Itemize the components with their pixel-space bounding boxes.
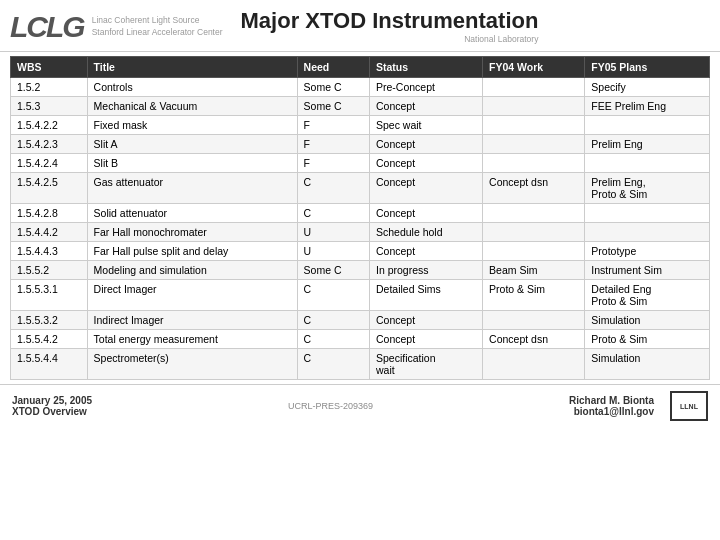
table-row: 1.5.3Mechanical & VacuumSome CConceptFEE… bbox=[11, 97, 710, 116]
table-cell: Prelim Eng bbox=[585, 135, 710, 154]
table-cell: Concept bbox=[369, 135, 482, 154]
table-cell: 1.5.5.4.2 bbox=[11, 330, 88, 349]
table-cell: Instrument Sim bbox=[585, 261, 710, 280]
footer-logo-box: LLNL bbox=[670, 391, 708, 421]
table-cell bbox=[483, 242, 585, 261]
table-cell: 1.5.4.4.2 bbox=[11, 223, 88, 242]
table-cell: 1.5.4.2.8 bbox=[11, 204, 88, 223]
table-cell: C bbox=[297, 330, 369, 349]
table-cell: Simulation bbox=[585, 311, 710, 330]
table-cell: F bbox=[297, 116, 369, 135]
table-cell: Fixed mask bbox=[87, 116, 297, 135]
col-status: Status bbox=[369, 57, 482, 78]
table-cell bbox=[483, 311, 585, 330]
table-cell: 1.5.4.2.2 bbox=[11, 116, 88, 135]
table-cell: Some C bbox=[297, 261, 369, 280]
col-title: Title bbox=[87, 57, 297, 78]
table-cell bbox=[585, 223, 710, 242]
table-row: 1.5.4.2.4Slit BFConcept bbox=[11, 154, 710, 173]
table-row: 1.5.5.4.2Total energy measurementCConcep… bbox=[11, 330, 710, 349]
table-row: 1.5.4.4.3Far Hall pulse split and delayU… bbox=[11, 242, 710, 261]
table-cell: Spec wait bbox=[369, 116, 482, 135]
table-cell: C bbox=[297, 204, 369, 223]
table-cell: U bbox=[297, 223, 369, 242]
table-cell: Specify bbox=[585, 78, 710, 97]
slac-text: Stanford Linear Accelerator Center bbox=[92, 27, 223, 38]
table-cell: 1.5.4.4.3 bbox=[11, 242, 88, 261]
col-wbs: WBS bbox=[11, 57, 88, 78]
table-cell: Detailed Eng Proto & Sim bbox=[585, 280, 710, 311]
title-block: Major XTOD Instrumentation National Labo… bbox=[241, 9, 539, 43]
footer-subtitle: XTOD Overview bbox=[12, 406, 92, 417]
table-cell bbox=[483, 223, 585, 242]
table-row: 1.5.5.3.1Direct ImagerCDetailed SimsProt… bbox=[11, 280, 710, 311]
table-row: 1.5.5.2Modeling and simulationSome CIn p… bbox=[11, 261, 710, 280]
table-row: 1.5.4.4.2Far Hall monochromaterUSchedule… bbox=[11, 223, 710, 242]
footer-left: January 25, 2005 XTOD Overview bbox=[12, 395, 92, 417]
table-cell: Prelim Eng, Proto & Sim bbox=[585, 173, 710, 204]
footer-contact: Richard M. Bionta bionta1@llnl.gov bbox=[569, 395, 654, 417]
table-cell: Specification wait bbox=[369, 349, 482, 380]
table-cell: Far Hall monochromater bbox=[87, 223, 297, 242]
table-cell: F bbox=[297, 135, 369, 154]
table-cell bbox=[483, 204, 585, 223]
table-cell bbox=[585, 116, 710, 135]
table-cell: Slit B bbox=[87, 154, 297, 173]
table-cell: Mechanical & Vacuum bbox=[87, 97, 297, 116]
table-cell: Concept bbox=[369, 311, 482, 330]
logo-area: LCLG Linac Coherent Light Source Stanfor… bbox=[10, 9, 538, 43]
table-cell: C bbox=[297, 311, 369, 330]
table-cell: Pre-Concept bbox=[369, 78, 482, 97]
table-cell: Spectrometer(s) bbox=[87, 349, 297, 380]
table-cell: Concept bbox=[369, 173, 482, 204]
table-cell: 1.5.5.2 bbox=[11, 261, 88, 280]
table-cell: Prototype bbox=[585, 242, 710, 261]
table-header: WBS Title Need Status FY04 Work FY05 Pla… bbox=[11, 57, 710, 78]
table-cell: Solid attenuator bbox=[87, 204, 297, 223]
table-row: 1.5.2ControlsSome CPre-ConceptSpecify bbox=[11, 78, 710, 97]
table-row: 1.5.4.2.3Slit AFConceptPrelim Eng bbox=[11, 135, 710, 154]
table-cell: Concept bbox=[369, 97, 482, 116]
table-row: 1.5.4.2.5Gas attenuatorCConceptConcept d… bbox=[11, 173, 710, 204]
table-cell bbox=[483, 135, 585, 154]
table-cell: Indirect Imager bbox=[87, 311, 297, 330]
footer: January 25, 2005 XTOD Overview UCRL-PRES… bbox=[0, 384, 720, 425]
table-cell: C bbox=[297, 280, 369, 311]
table-cell: FEE Prelim Eng bbox=[585, 97, 710, 116]
page-header: LCLG Linac Coherent Light Source Stanfor… bbox=[0, 0, 720, 52]
table-row: 1.5.4.2.8Solid attenuatorCConcept bbox=[11, 204, 710, 223]
table-cell: Concept bbox=[369, 154, 482, 173]
col-fy04: FY04 Work bbox=[483, 57, 585, 78]
table-row: 1.5.4.2.2Fixed maskFSpec wait bbox=[11, 116, 710, 135]
table-cell bbox=[483, 78, 585, 97]
table-cell: 1.5.5.3.1 bbox=[11, 280, 88, 311]
footer-name: Richard M. Bionta bbox=[569, 395, 654, 406]
table-cell: F bbox=[297, 154, 369, 173]
table-cell: Total energy measurement bbox=[87, 330, 297, 349]
table-cell: 1.5.3 bbox=[11, 97, 88, 116]
footer-right-block: Richard M. Bionta bionta1@llnl.gov LLNL bbox=[569, 391, 708, 421]
table-cell: Concept dsn bbox=[483, 330, 585, 349]
table-cell bbox=[483, 116, 585, 135]
table-cell: Simulation bbox=[585, 349, 710, 380]
page-title: Major XTOD Instrumentation bbox=[241, 9, 539, 33]
table-cell: Far Hall pulse split and delay bbox=[87, 242, 297, 261]
table-cell: Gas attenuator bbox=[87, 173, 297, 204]
col-fy05: FY05 Plans bbox=[585, 57, 710, 78]
table-body: 1.5.2ControlsSome CPre-ConceptSpecify1.5… bbox=[11, 78, 710, 380]
table-cell bbox=[483, 154, 585, 173]
table-cell: 1.5.4.2.4 bbox=[11, 154, 88, 173]
table-cell: Detailed Sims bbox=[369, 280, 482, 311]
table-row: 1.5.5.4.4Spectrometer(s)CSpecification w… bbox=[11, 349, 710, 380]
table-cell: In progress bbox=[369, 261, 482, 280]
table-cell: Beam Sim bbox=[483, 261, 585, 280]
table-cell: C bbox=[297, 349, 369, 380]
table-cell: Concept dsn bbox=[483, 173, 585, 204]
table-cell: Concept bbox=[369, 204, 482, 223]
table-cell: Some C bbox=[297, 97, 369, 116]
national-lab-text: National Laboratory bbox=[241, 34, 539, 44]
footer-ucrl: UCRL-PRES-209369 bbox=[288, 401, 373, 411]
table-cell: Proto & Sim bbox=[585, 330, 710, 349]
table-cell: Concept bbox=[369, 330, 482, 349]
table-cell: C bbox=[297, 173, 369, 204]
